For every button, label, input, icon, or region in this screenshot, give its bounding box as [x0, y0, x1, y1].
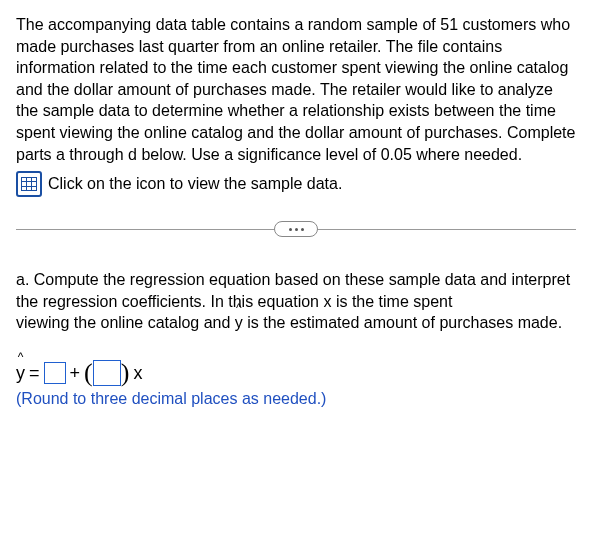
table-icon[interactable]	[16, 171, 42, 197]
plus-sign: +	[70, 361, 81, 385]
close-paren: )	[121, 364, 130, 382]
data-link-row: Click on the icon to view the sample dat…	[16, 171, 576, 197]
problem-statement: The accompanying data table contains a r…	[16, 14, 576, 165]
divider-row	[16, 217, 576, 241]
equals-sign: =	[29, 361, 40, 385]
open-paren: (	[84, 364, 93, 382]
grid-icon	[21, 177, 37, 191]
slope-group: ( )	[84, 360, 129, 386]
part-a-line2-pre: viewing the online catalog and	[16, 314, 235, 331]
x-variable: x	[133, 361, 142, 385]
expand-button[interactable]	[274, 221, 318, 237]
rounding-note: (Round to three decimal places as needed…	[16, 388, 576, 410]
yhat-symbol: ^y	[235, 312, 243, 334]
equation-yhat: ^ y	[16, 361, 25, 385]
intercept-input[interactable]	[44, 362, 66, 384]
part-a-text: a. Compute the regression equation based…	[16, 269, 576, 334]
equation-row: ^ y = + ( ) x	[16, 352, 576, 386]
data-link-text: Click on the icon to view the sample dat…	[48, 173, 342, 195]
part-a-line2-post: is the estimated amount of purchases mad…	[243, 314, 562, 331]
slope-input[interactable]	[93, 360, 121, 386]
part-a-line1: a. Compute the regression equation based…	[16, 271, 570, 310]
